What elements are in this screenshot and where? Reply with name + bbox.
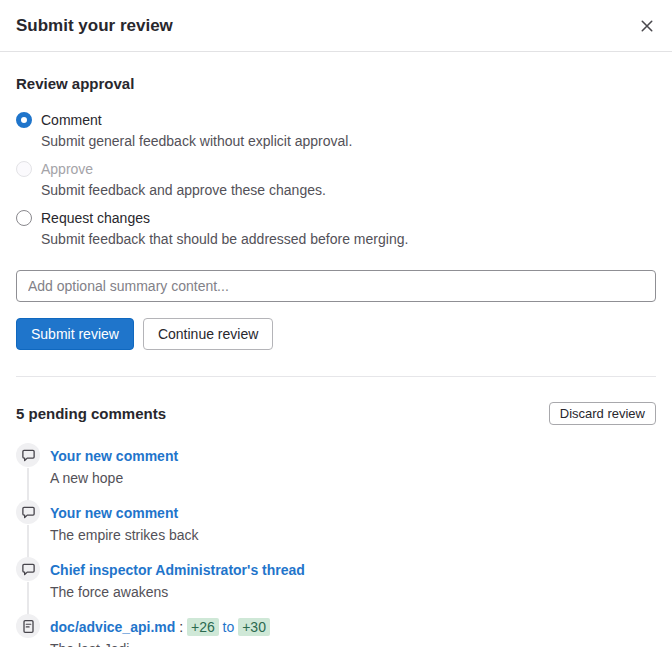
pending-comment-link[interactable]: Your new comment bbox=[50, 448, 178, 464]
radio-description: Submit general feedback without explicit… bbox=[41, 131, 656, 151]
radio-option-approve: Approve Submit feedback and approve thes… bbox=[16, 159, 656, 200]
line-number-from-badge: +26 bbox=[187, 618, 219, 636]
file-line-separator: : bbox=[179, 619, 183, 635]
radio-request-changes[interactable]: Request changes bbox=[16, 208, 656, 228]
radio-label: Request changes bbox=[41, 208, 150, 228]
approval-radio-group: Comment Submit general feedback without … bbox=[16, 110, 656, 249]
section-divider bbox=[16, 376, 656, 377]
summary-input[interactable] bbox=[16, 270, 656, 302]
pending-comment-text: The last Jedi bbox=[50, 639, 656, 647]
radio-option-request-changes: Request changes Submit feedback that sho… bbox=[16, 208, 656, 249]
submit-review-dialog: Submit your review Review approval Comme… bbox=[0, 0, 672, 647]
approval-heading: Review approval bbox=[16, 75, 656, 92]
radio-unselected-icon[interactable] bbox=[16, 210, 32, 226]
close-icon bbox=[638, 23, 656, 38]
file-document-icon bbox=[16, 614, 40, 638]
submit-review-button[interactable]: Submit review bbox=[16, 318, 134, 350]
dialog-header: Submit your review bbox=[0, 0, 672, 52]
line-number-to-badge: +30 bbox=[238, 618, 270, 636]
comment-item: Chief inspector Administrator's thread T… bbox=[16, 560, 656, 617]
pending-comment-text: A new hope bbox=[50, 468, 656, 488]
dialog-title: Submit your review bbox=[16, 16, 173, 36]
radio-option-comment: Comment Submit general feedback without … bbox=[16, 110, 656, 151]
close-button[interactable] bbox=[636, 15, 658, 37]
comment-bubble-icon bbox=[16, 557, 40, 581]
radio-comment[interactable]: Comment bbox=[16, 110, 656, 130]
pending-comment-text: The force awakens bbox=[50, 582, 656, 602]
radio-approve[interactable]: Approve bbox=[16, 159, 656, 179]
actions-row: Submit review Continue review bbox=[16, 318, 656, 350]
radio-description: Submit feedback and approve these change… bbox=[41, 180, 656, 200]
radio-label: Comment bbox=[41, 110, 102, 130]
line-range-connector: to bbox=[223, 619, 235, 635]
comment-bubble-icon bbox=[16, 500, 40, 524]
radio-description: Submit feedback that should be addressed… bbox=[41, 229, 656, 249]
comment-bubble-icon bbox=[16, 443, 40, 467]
comment-item-file: doc/advice_api.md : +26 to +30 The last … bbox=[16, 617, 656, 647]
radio-selected-icon[interactable] bbox=[16, 112, 32, 128]
continue-review-button[interactable]: Continue review bbox=[143, 318, 273, 350]
pending-comments-header: 5 pending comments Discard review bbox=[16, 402, 656, 425]
pending-comment-link[interactable]: Your new comment bbox=[50, 505, 178, 521]
comment-item: Your new comment A new hope bbox=[16, 446, 656, 503]
pending-comment-text: The empire strikes back bbox=[50, 525, 656, 545]
radio-disabled-icon bbox=[16, 161, 32, 177]
discard-review-button[interactable]: Discard review bbox=[549, 402, 656, 425]
dialog-body: Review approval Comment Submit general f… bbox=[0, 75, 672, 647]
pending-comments-list: Your new comment A new hope Your new com… bbox=[16, 446, 656, 647]
pending-thread-link[interactable]: Chief inspector Administrator's thread bbox=[50, 562, 305, 578]
comment-item: Your new comment The empire strikes back bbox=[16, 503, 656, 560]
pending-comments-heading: 5 pending comments bbox=[16, 405, 166, 422]
radio-label: Approve bbox=[41, 159, 93, 179]
pending-file-link[interactable]: doc/advice_api.md bbox=[50, 619, 175, 635]
